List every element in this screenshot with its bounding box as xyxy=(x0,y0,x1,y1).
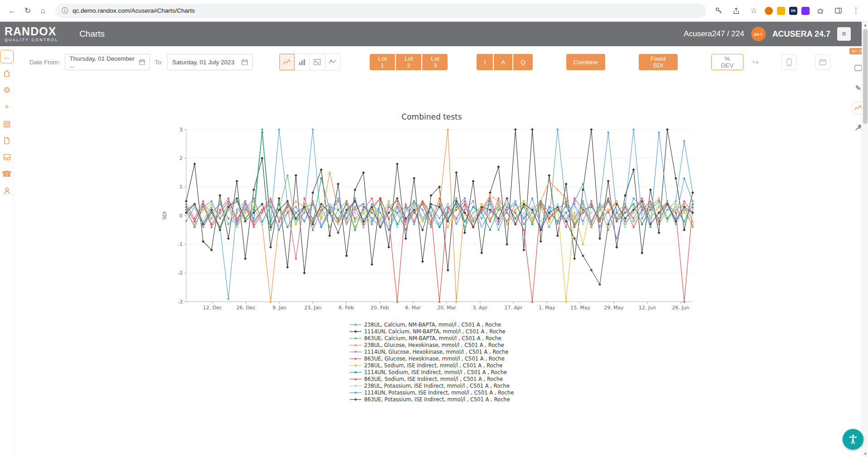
calendar-icon[interactable] xyxy=(139,59,145,65)
browser-menu-dots-icon[interactable]: ⋮ xyxy=(849,4,863,18)
settings-gear-icon[interactable]: ⚙ xyxy=(0,83,14,97)
url-bar[interactable]: ⓘ qc.demo.randox.com/Acusera#Charts/Char… xyxy=(55,4,706,18)
scroll-up-icon[interactable]: ▲ xyxy=(862,22,868,28)
collapse-back-icon[interactable]: ← xyxy=(0,50,14,63)
lot-1-button[interactable]: Lot 1 xyxy=(370,54,395,70)
legend-label: 863UE, Potassium, ISE Indirect, mmol/l ,… xyxy=(364,396,510,403)
extension-en-icon[interactable]: EN xyxy=(789,7,797,15)
logo-text: RANDOX xyxy=(5,26,58,37)
legend-label: 238UL, Potassium, ISE Indirect, mmol/l ,… xyxy=(364,383,510,389)
add-plus-icon[interactable]: + xyxy=(0,100,14,114)
mobile-device-icon[interactable] xyxy=(781,54,797,70)
chart-type-levey-jennings-button[interactable] xyxy=(310,54,325,70)
legend-marker-icon xyxy=(350,322,362,327)
accessibility-widget-button[interactable] xyxy=(843,429,863,450)
svg-text:0: 0 xyxy=(179,213,183,219)
lot-2-button[interactable]: Lot 2 xyxy=(396,54,421,70)
date-from-input[interactable]: Thursday, 01 December ... xyxy=(65,54,150,70)
user-profile-icon[interactable] xyxy=(0,184,14,197)
svg-text:2: 2 xyxy=(179,155,183,161)
chart-type-spark-button[interactable] xyxy=(325,54,340,70)
qc-button[interactable]: Q xyxy=(513,54,533,70)
legend-item[interactable]: 863UE, Sodium, ISE Indirect, mmol/l , C5… xyxy=(350,376,514,382)
lot-3-button[interactable]: Lot 3 xyxy=(422,54,448,70)
legend-item[interactable]: 1114UN, Calcium, NM-BAPTA, mmol/l , C501… xyxy=(350,328,514,335)
legend-marker-icon xyxy=(350,377,362,381)
svg-text:20. Feb: 20. Feb xyxy=(371,305,389,311)
hamburger-menu-icon[interactable]: ≡ xyxy=(837,27,851,41)
svg-text:26. Dec: 26. Dec xyxy=(236,305,256,311)
home-nav-icon[interactable] xyxy=(0,67,14,80)
date-to-input[interactable]: Saturday, 01 July 2023 xyxy=(167,54,253,70)
svg-text:1: 1 xyxy=(179,184,183,190)
legend-item[interactable]: 1114UN, Glucose, Hexokinase, mmol/l , C5… xyxy=(350,349,514,355)
legend-marker-icon xyxy=(350,329,362,334)
url-text: qc.demo.randox.com/Acusera#Charts/Charts xyxy=(72,7,195,14)
date-to-label: To: xyxy=(154,59,163,66)
reload-icon[interactable]: ↻ xyxy=(21,4,34,18)
back-icon[interactable]: ← xyxy=(5,4,19,18)
acusera-247-badge: 24-7 xyxy=(751,27,766,41)
calendar-icon[interactable] xyxy=(241,59,248,65)
legend-label: 863UE, Glucose, Hexokinase, mmol/l , C50… xyxy=(364,356,505,362)
legend-label: 238UL, Calcium, NM-BAPTA, mmol/l , C501 … xyxy=(364,322,501,328)
inbox-tray-icon[interactable] xyxy=(0,150,14,164)
date-from-value: Thursday, 01 December ... xyxy=(70,55,139,69)
extensions-puzzle-icon[interactable] xyxy=(814,4,827,18)
extension-yellow-icon[interactable] xyxy=(777,7,785,15)
chart-legend: 238UL, Calcium, NM-BAPTA, mmol/l , C501 … xyxy=(350,322,514,403)
legend-item[interactable]: 863UE, Potassium, ISE Indirect, mmol/l ,… xyxy=(350,396,514,403)
site-info-icon[interactable]: ⓘ xyxy=(62,7,68,15)
report-file-icon[interactable] xyxy=(0,134,14,147)
legend-item[interactable]: 238UL, Calcium, NM-BAPTA, mmol/l , C501 … xyxy=(350,322,514,328)
vertical-scrollbar[interactable]: ▲ ▼ xyxy=(862,22,868,457)
legend-marker-icon xyxy=(350,390,362,395)
svg-text:23. Jan: 23. Jan xyxy=(304,305,322,311)
legend-item[interactable]: 863UE, Glucose, Hexokinase, mmol/l , C50… xyxy=(350,356,514,362)
percent-dev-button[interactable]: % DEV xyxy=(711,54,743,70)
legend-item[interactable]: 238UL, Glucose, Hexokinase, mmol/l , C50… xyxy=(350,342,514,348)
app-body: ← ⚙ + ▤ ☎ xyxy=(0,46,862,457)
scrollbar-thumb[interactable] xyxy=(863,29,868,124)
home-icon[interactable]: ⌂ xyxy=(36,4,50,18)
legend-marker-icon xyxy=(350,350,362,354)
page-title: Charts xyxy=(79,29,105,39)
date-from-label: Date From: xyxy=(29,59,60,66)
browser-toolbar-right: ☆ EN ⋮ xyxy=(712,4,863,18)
internal-button[interactable]: I xyxy=(477,54,493,70)
legend-item[interactable]: 1114UN, Sodium, ISE Indirect, mmol/l , C… xyxy=(350,369,514,375)
legend-marker-icon xyxy=(350,370,362,375)
all-button[interactable]: A xyxy=(494,54,512,70)
fixed-sdi-button[interactable]: Fixed SDI xyxy=(639,54,678,70)
lot-button-group: Lot 1 Lot 2 Lot 3 xyxy=(370,54,448,70)
chart-title: Combined tests xyxy=(401,112,462,121)
legend-label: 863UE, Sodium, ISE Indirect, mmol/l , C5… xyxy=(364,376,503,382)
extension-orange-icon[interactable] xyxy=(765,7,773,15)
legend-item[interactable]: 238UL, Potassium, ISE Indirect, mmol/l ,… xyxy=(350,383,514,389)
records-journal-icon[interactable]: ▤ xyxy=(0,117,14,130)
svg-text:3. Apr: 3. Apr xyxy=(473,305,487,311)
legend-item[interactable]: 1114UN, Potassium, ISE Indirect, mmol/l … xyxy=(350,390,514,396)
chart-type-bar-button[interactable] xyxy=(295,54,310,70)
scroll-down-icon[interactable]: ▼ xyxy=(862,451,868,457)
legend-item[interactable]: 863UE, Calcium, NM-BAPTA, mmol/l , C501 … xyxy=(350,335,514,342)
combined-tests-chart: -3-2-1012312. Dec26. Dec9. Jan23. Jan6. … xyxy=(160,123,704,318)
date-to-value: Saturday, 01 July 2023 xyxy=(172,59,234,66)
combine-button[interactable]: Combine xyxy=(566,54,605,70)
legend-item[interactable]: 238UL, Sodium, ISE Indirect, mmol/l , C5… xyxy=(350,362,514,369)
chart-type-line-button[interactable] xyxy=(280,54,295,70)
randox-logo: RANDOX QUALITY CONTROL xyxy=(5,26,58,42)
phone-contact-icon[interactable]: ☎ xyxy=(0,167,14,181)
left-sidebar: ← ⚙ + ▤ ☎ xyxy=(0,46,14,457)
legend-marker-icon xyxy=(350,336,362,341)
bookmark-star-icon[interactable]: ☆ xyxy=(747,4,761,18)
redo-arrow-icon[interactable]: ↪ xyxy=(748,54,763,70)
share-icon[interactable] xyxy=(729,4,743,18)
legend-label: 1114UN, Calcium, NM-BAPTA, mmol/l , C501… xyxy=(364,328,506,335)
password-key-icon[interactable] xyxy=(712,4,725,18)
page: RANDOX QUALITY CONTROL Charts Acusera247… xyxy=(0,22,868,457)
window-frame-icon[interactable] xyxy=(815,54,830,70)
legend-label: 1114UN, Sodium, ISE Indirect, mmol/l , C… xyxy=(364,369,507,375)
extension-purple-icon[interactable] xyxy=(801,7,810,15)
side-panel-icon[interactable] xyxy=(831,4,845,18)
